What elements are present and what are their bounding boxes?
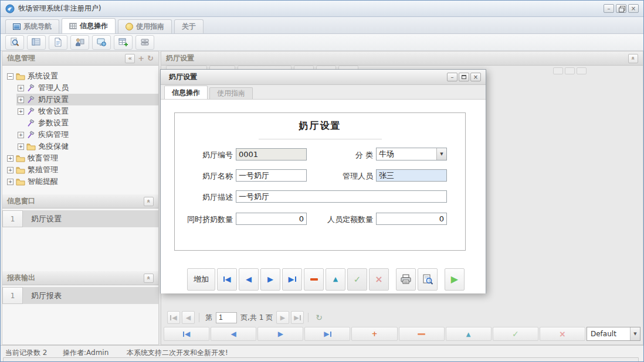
add-panel-button[interactable]: + xyxy=(138,54,144,63)
print-preview-button[interactable] xyxy=(418,268,438,291)
expand-node-icon[interactable]: + xyxy=(18,144,24,150)
run-button[interactable]: ▶ xyxy=(445,268,465,291)
tree-item-parameter-settings[interactable]: 参数设置 xyxy=(2,117,158,129)
tree-item-barn-settings[interactable]: + 牧舍设置 xyxy=(2,105,158,117)
last-page-button[interactable]: ▶ xyxy=(291,311,304,324)
tool-icon xyxy=(26,84,36,92)
tree-item-label: 繁殖管理 xyxy=(28,165,58,175)
info-window-row[interactable]: 1 奶厅设置 xyxy=(2,210,158,227)
collapse-node-icon[interactable]: − xyxy=(7,73,13,80)
save-button[interactable]: ✓ xyxy=(347,268,367,291)
first-page-button[interactable]: ◀ xyxy=(167,311,180,324)
next-record-button[interactable]: ▶ xyxy=(260,268,280,291)
description-label: 奶厅描述 xyxy=(176,192,233,203)
collapse-up-button[interactable]: « xyxy=(628,54,638,63)
code-input[interactable] xyxy=(236,148,307,160)
delete-button[interactable] xyxy=(304,268,324,291)
tree-item-system-settings[interactable]: − 系统设置 xyxy=(2,70,158,82)
cancel-button[interactable]: × xyxy=(540,327,585,341)
expand-node-icon[interactable]: + xyxy=(18,97,24,103)
expand-node-icon[interactable]: + xyxy=(18,132,24,138)
expand-node-icon[interactable]: + xyxy=(7,155,13,162)
description-input[interactable] xyxy=(236,190,447,203)
tree-item-immunization-health[interactable]: + 免疫保健 xyxy=(2,141,158,152)
expand-node-icon[interactable]: + xyxy=(7,167,13,173)
collapse-left-button[interactable]: « xyxy=(125,54,135,63)
view-style-select[interactable]: Default ▼ xyxy=(587,327,640,341)
refresh-button[interactable]: ↻ xyxy=(313,311,326,324)
tree-item-administrators[interactable]: + 管理人员 xyxy=(2,82,158,94)
print-button[interactable] xyxy=(396,268,416,291)
edit-record-button[interactable]: ▲ xyxy=(446,327,492,341)
nav-next-button[interactable]: ▶ xyxy=(257,327,303,341)
collapse-up-button[interactable]: « xyxy=(144,274,154,283)
dialog-maximize-button[interactable] xyxy=(459,73,469,81)
monitor-button[interactable] xyxy=(92,35,111,50)
tree-item-smart-reminders[interactable]: + 智能提醒 xyxy=(2,176,158,187)
add-record-button[interactable]: + xyxy=(351,327,397,341)
tree-item-livestock-management[interactable]: + 牧畜管理 xyxy=(2,152,158,164)
last-record-button[interactable]: ▶ xyxy=(282,268,302,291)
staff-quota-input[interactable] xyxy=(376,213,447,225)
expand-node-icon[interactable]: + xyxy=(7,179,13,185)
status-bar: 当前记录数 2 操作者:Admin 本系统支持二次开发和全新开发! xyxy=(1,345,643,362)
app-window: 牧场管理系统(非注册用户) – × 系统导航 信息操作 使用指南 关于 xyxy=(0,0,644,362)
folder-icon xyxy=(16,177,25,186)
dialog-title-bar[interactable]: 奶厅设置 – × xyxy=(161,70,486,85)
collapse-up-button[interactable]: « xyxy=(144,197,154,206)
expand-node-icon[interactable]: + xyxy=(18,108,24,115)
tool-icon xyxy=(26,119,36,127)
window-close-button[interactable]: × xyxy=(628,4,639,13)
form-title: 奶厅设置 xyxy=(175,120,465,132)
user-button[interactable] xyxy=(70,35,89,50)
table-add-button[interactable] xyxy=(114,35,133,50)
expand-node-icon[interactable]: + xyxy=(18,85,24,91)
prev-record-button[interactable]: ◀ xyxy=(239,268,259,291)
dialog-minimize-button[interactable]: – xyxy=(447,73,457,81)
grid-pager: ◀ ◀ 第 页,共 1 页 ▶ ▶ ↻ xyxy=(167,310,326,325)
menu-tab-about[interactable]: 关于 xyxy=(174,19,204,33)
tree-item-label: 系统设置 xyxy=(28,71,58,81)
tree-item-milking-parlor-settings[interactable]: + 奶厅设置 xyxy=(2,94,158,105)
nav-first-button[interactable]: ◀ xyxy=(164,327,209,341)
manager-input[interactable] xyxy=(376,169,447,182)
next-page-button[interactable]: ▶ xyxy=(276,311,289,324)
milking-count-input[interactable] xyxy=(236,213,307,225)
nav-prev-button[interactable]: ◀ xyxy=(211,327,256,341)
menu-tab-user-guide[interactable]: 使用指南 xyxy=(118,19,172,33)
tool-icon xyxy=(26,107,36,115)
first-record-button[interactable]: ◀ xyxy=(217,268,237,291)
confirm-button[interactable]: ✓ xyxy=(493,327,538,341)
row-number: 1 xyxy=(2,210,23,227)
category-combobox[interactable]: 牛场 ▼ xyxy=(376,148,447,160)
refresh-panel-button[interactable]: ↻ xyxy=(147,54,154,63)
tree-item-disease-management[interactable]: + 疾病管理 xyxy=(2,129,158,141)
dialog-close-button[interactable]: × xyxy=(470,73,481,81)
dialog-body: 奶厅设置 奶厅编号 分 类 牛场 ▼ 奶厅名称 管理人员 奶厅描述 同时挤奶数量… xyxy=(161,100,486,293)
panel-title: 信息管理 xyxy=(7,53,35,63)
dialog-tab-info-operation[interactable]: 信息操作 xyxy=(164,86,208,99)
edit-button[interactable]: ▲ xyxy=(326,268,345,291)
dialog-tab-user-guide[interactable]: 使用指南 xyxy=(209,87,253,99)
archive-button[interactable] xyxy=(135,35,154,50)
tree-item-breeding-management[interactable]: + 繁殖管理 xyxy=(2,164,158,176)
window-minimize-button[interactable]: – xyxy=(604,4,614,13)
window-restore-button[interactable] xyxy=(616,4,626,13)
nav-last-button[interactable]: ▶ xyxy=(304,327,350,341)
report-output-row[interactable]: 1 奶厅报表 xyxy=(2,287,158,304)
app-logo-icon xyxy=(5,4,15,13)
page-number-input[interactable] xyxy=(216,312,237,323)
chevron-down-icon[interactable]: ▼ xyxy=(436,148,446,160)
delete-record-button[interactable] xyxy=(399,327,445,341)
search-document-button[interactable] xyxy=(5,35,24,50)
add-button[interactable]: 增加 xyxy=(187,268,215,291)
prev-page-button[interactable]: ◀ xyxy=(182,311,195,324)
cancel-edit-button[interactable]: × xyxy=(369,268,389,291)
menu-tab-system-nav[interactable]: 系统导航 xyxy=(5,19,59,33)
menu-tab-info-operation[interactable]: 信息操作 xyxy=(62,18,116,33)
print-preview-icon xyxy=(422,274,433,285)
name-input[interactable] xyxy=(236,169,307,182)
document-button[interactable] xyxy=(49,35,67,50)
tree-item-label: 管理人员 xyxy=(38,83,69,93)
list-view-button[interactable] xyxy=(27,35,46,50)
